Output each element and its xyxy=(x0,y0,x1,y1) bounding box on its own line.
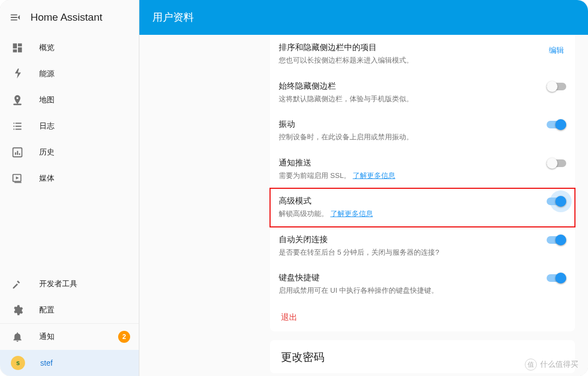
main: 用户资料 排序和隐藏侧边栏中的项目 您也可以长按侧边栏标题来进入编辑模式。 编辑… xyxy=(139,0,588,376)
dashboard-icon xyxy=(11,41,24,54)
svg-rect-2 xyxy=(15,152,16,155)
setting-row-vibrate: 振动 控制设备时，在此设备上启用或禁用振动。 xyxy=(270,112,575,150)
setting-row-advanced-mode: 高级模式 解锁高级功能。 了解更多信息 xyxy=(270,188,575,227)
sidebar-item-label: 通知 xyxy=(39,332,54,342)
setting-title: 自动关闭连接 xyxy=(279,235,538,245)
sidebar-item-logbook[interactable]: 日志 xyxy=(0,113,139,139)
sidebar-item-user[interactable]: s stef xyxy=(0,350,139,376)
sidebar-bottom: 通知 2 s stef xyxy=(0,323,139,376)
watermark: 值 什么值得买 xyxy=(525,359,578,371)
user-name: stef xyxy=(40,359,53,367)
setting-title: 键盘快捷键 xyxy=(279,273,538,283)
watermark-text: 什么值得买 xyxy=(540,360,578,369)
map-marker-icon xyxy=(11,94,24,107)
sidebar-item-energy[interactable]: 能源 xyxy=(0,61,139,87)
toggle-vibrate[interactable] xyxy=(547,119,566,130)
sidebar-item-label: 能源 xyxy=(39,69,54,79)
setting-row-always-hide-sidebar: 始终隐藏侧边栏 这将默认隐藏侧边栏，体验与手机版类似。 xyxy=(270,73,575,112)
setting-sub: 解锁高级功能。 了解更多信息 xyxy=(279,208,538,219)
setting-sub: 您也可以长按侧边栏标题来进入编辑模式。 xyxy=(279,55,538,66)
sidebar-item-label: 媒体 xyxy=(39,174,54,183)
hammer-icon xyxy=(11,278,24,291)
setting-sub: 启用或禁用可在 UI 中执行各种操作的键盘快捷键。 xyxy=(279,285,538,296)
page-title: 用户资料 xyxy=(152,10,194,24)
edit-button[interactable]: 编辑 xyxy=(547,42,566,59)
list-icon xyxy=(11,120,24,133)
logout-button[interactable]: 退出 xyxy=(281,313,297,322)
sidebar-item-label: 日志 xyxy=(39,121,54,131)
setting-row-push-notifications: 通知推送 需要为前端启用 SSL。 了解更多信息 xyxy=(270,150,575,189)
sidebar-item-devtools[interactable]: 开发者工具 xyxy=(0,271,139,297)
setting-title: 排序和隐藏侧边栏中的项目 xyxy=(279,42,538,53)
setting-title: 始终隐藏侧边栏 xyxy=(279,81,538,91)
setting-title: 高级模式 xyxy=(279,196,538,206)
chart-bar-icon xyxy=(11,146,24,159)
toggle-auto-close[interactable] xyxy=(547,235,566,245)
sidebar-item-map[interactable]: 地图 xyxy=(0,87,139,113)
sidebar-item-label: 开发者工具 xyxy=(39,279,77,289)
bell-icon xyxy=(11,330,24,343)
logout-row: 退出 xyxy=(270,304,575,331)
sidebar-item-notifications[interactable]: 通知 2 xyxy=(0,324,139,350)
gear-icon xyxy=(11,304,24,317)
svg-rect-4 xyxy=(19,153,20,155)
svg-rect-0 xyxy=(14,103,22,105)
learn-more-link[interactable]: 了解更多信息 xyxy=(330,209,373,218)
setting-sub: 需要为前端启用 SSL。 了解更多信息 xyxy=(279,170,538,181)
sidebar: Home Assistant 概览 能源 地图 日志 历史 xyxy=(0,0,139,376)
sidebar-item-overview[interactable]: 概览 xyxy=(0,35,139,61)
sidebar-nav: 概览 能源 地图 日志 历史 媒体 xyxy=(0,35,139,192)
setting-sub: 是否要在转至后台 5 分钟后，关闭与服务器的连接? xyxy=(279,247,538,258)
menu-collapse-icon[interactable] xyxy=(4,7,26,28)
play-box-icon xyxy=(11,172,24,185)
notification-badge: 2 xyxy=(118,331,130,343)
setting-row-sort-hide-sidebar: 排序和隐藏侧边栏中的项目 您也可以长按侧边栏标题来进入编辑模式。 编辑 xyxy=(270,35,575,73)
app-title: Home Assistant xyxy=(30,11,102,23)
sidebar-item-label: 配置 xyxy=(39,305,54,315)
sidebar-tools: 开发者工具 配置 xyxy=(0,271,139,323)
toggle-push-notifications[interactable] xyxy=(547,158,566,169)
watermark-logo-icon: 值 xyxy=(525,359,537,371)
sidebar-item-label: 地图 xyxy=(39,95,54,105)
sidebar-item-label: 概览 xyxy=(39,43,54,53)
flash-icon xyxy=(11,67,24,81)
sidebar-item-history[interactable]: 历史 xyxy=(0,139,139,165)
setting-sub: 这将默认隐藏侧边栏，体验与手机版类似。 xyxy=(279,94,538,104)
toggle-always-hide-sidebar[interactable] xyxy=(547,81,566,92)
content: 排序和隐藏侧边栏中的项目 您也可以长按侧边栏标题来进入编辑模式。 编辑 始终隐藏… xyxy=(139,35,588,376)
setting-title: 振动 xyxy=(279,119,538,130)
toggle-keyboard-shortcuts[interactable] xyxy=(547,273,566,283)
setting-row-keyboard-shortcuts: 键盘快捷键 启用或禁用可在 UI 中执行各种操作的键盘快捷键。 xyxy=(270,265,575,304)
setting-row-auto-close: 自动关闭连接 是否要在转至后台 5 分钟后，关闭与服务器的连接? xyxy=(270,227,575,266)
toggle-advanced-mode[interactable] xyxy=(547,196,566,207)
sidebar-item-media[interactable]: 媒体 xyxy=(0,165,139,192)
sidebar-item-label: 历史 xyxy=(39,147,54,157)
svg-rect-3 xyxy=(17,151,18,155)
topbar: 用户资料 xyxy=(139,0,588,35)
sidebar-item-config[interactable]: 配置 xyxy=(0,297,139,323)
setting-title: 通知推送 xyxy=(279,158,538,168)
learn-more-link[interactable]: 了解更多信息 xyxy=(353,171,395,180)
settings-card: 排序和隐藏侧边栏中的项目 您也可以长按侧边栏标题来进入编辑模式。 编辑 始终隐藏… xyxy=(270,35,575,331)
avatar: s xyxy=(11,356,25,370)
sidebar-header: Home Assistant xyxy=(0,0,139,35)
setting-sub: 控制设备时，在此设备上启用或禁用振动。 xyxy=(279,132,538,143)
